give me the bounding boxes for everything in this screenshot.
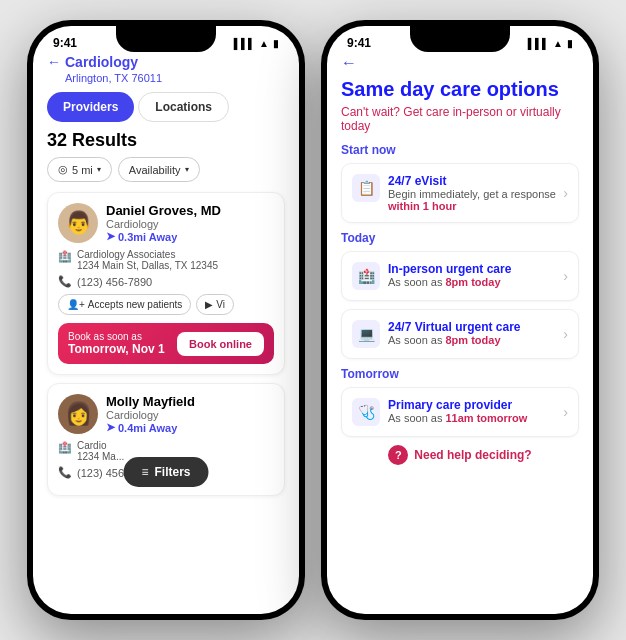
phone-icon: 📞 bbox=[58, 275, 72, 288]
status-icons-1: ▌▌▌ ▲ ▮ bbox=[234, 38, 279, 49]
video-icon: ▶ bbox=[205, 299, 213, 310]
virtual-text: 24/7 Virtual urgent care As soon as 8pm … bbox=[388, 320, 521, 346]
wifi-icon: ▲ bbox=[259, 38, 269, 49]
filters-fab[interactable]: ≡ Filters bbox=[123, 457, 208, 487]
tab-locations[interactable]: Locations bbox=[138, 92, 229, 122]
chevron-down-icon-2: ▾ bbox=[185, 165, 189, 174]
time-1: 9:41 bbox=[53, 36, 77, 50]
chevron-right-icon-1: › bbox=[563, 185, 568, 201]
tomorrow-label: Tomorrow bbox=[341, 367, 579, 381]
provider-name-1: Daniel Groves, MD bbox=[106, 203, 274, 218]
book-date: Tomorrow, Nov 1 bbox=[68, 342, 165, 356]
primary-text: Primary care provider As soon as 11am to… bbox=[388, 398, 527, 424]
chevron-right-icon-4: › bbox=[563, 404, 568, 420]
video-label: Vi bbox=[216, 299, 225, 310]
virtual-highlight: 8pm today bbox=[445, 334, 500, 346]
book-online-button[interactable]: Book online bbox=[177, 332, 264, 356]
evisit-icon: 📋 bbox=[352, 174, 380, 202]
person-plus-icon: 👤+ bbox=[67, 299, 85, 310]
care-option-primary-left: 🩺 Primary care provider As soon as 11am … bbox=[352, 398, 527, 426]
filters-label: Filters bbox=[155, 465, 191, 479]
filter-distance[interactable]: ◎ 5 mi ▾ bbox=[47, 157, 112, 182]
clinic-name-1: Cardiology Associates bbox=[77, 249, 218, 260]
tab-providers[interactable]: Providers bbox=[47, 92, 134, 122]
provider-distance-2: ➤ 0.4mi Away bbox=[106, 421, 274, 434]
time-2: 9:41 bbox=[347, 36, 371, 50]
urgent-title: In-person urgent care bbox=[388, 262, 511, 276]
filter-availability[interactable]: Availability ▾ bbox=[118, 157, 200, 182]
battery-icon: ▮ bbox=[273, 38, 279, 49]
clinic-icon: 🏥 bbox=[58, 250, 72, 263]
evisit-text: 24/7 eVisit Begin immediately, get a res… bbox=[388, 174, 563, 212]
virtual-sub: As soon as 8pm today bbox=[388, 334, 521, 346]
provider-header-1: 👨 Daniel Groves, MD Cardiology ➤ 0.3mi A… bbox=[58, 203, 274, 243]
distance-value-1: 0.3mi Away bbox=[118, 231, 177, 243]
book-info: Book as soon as Tomorrow, Nov 1 bbox=[68, 331, 165, 356]
help-icon: ? bbox=[388, 445, 408, 465]
nav-icon: ➤ bbox=[106, 230, 115, 243]
urgent-icon: 🏥 bbox=[352, 262, 380, 290]
care-option-virtual-left: 💻 24/7 Virtual urgent care As soon as 8p… bbox=[352, 320, 521, 348]
care-option-urgent[interactable]: 🏥 In-person urgent care As soon as 8pm t… bbox=[341, 251, 579, 301]
urgent-text: In-person urgent care As soon as 8pm tod… bbox=[388, 262, 511, 288]
location-subtitle: Arlington, TX 76011 bbox=[65, 72, 285, 84]
help-label: Need help deciding? bbox=[414, 448, 531, 462]
book-label: Book as soon as bbox=[68, 331, 165, 342]
chevron-right-icon-3: › bbox=[563, 326, 568, 342]
clinic-row-1: 🏥 Cardiology Associates 1234 Main St, Da… bbox=[58, 249, 274, 271]
filter-row: ◎ 5 mi ▾ Availability ▾ bbox=[47, 157, 285, 182]
care-option-evisit-left: 📋 24/7 eVisit Begin immediately, get a r… bbox=[352, 174, 563, 212]
filter-distance-label: 5 mi bbox=[72, 164, 93, 176]
urgent-highlight: 8pm today bbox=[445, 276, 500, 288]
provider-info-2: Molly Mayfield Cardiology ➤ 0.4mi Away bbox=[106, 394, 274, 434]
video-badge: ▶ Vi bbox=[196, 294, 234, 315]
care-option-primary[interactable]: 🩺 Primary care provider As soon as 11am … bbox=[341, 387, 579, 437]
badge-row-1: 👤+ Accepts new patients ▶ Vi bbox=[58, 294, 274, 315]
primary-title: Primary care provider bbox=[388, 398, 527, 412]
care-option-evisit[interactable]: 📋 24/7 eVisit Begin immediately, get a r… bbox=[341, 163, 579, 223]
provider-header-2: 👩 Molly Mayfield Cardiology ➤ 0.4mi Away bbox=[58, 394, 274, 434]
notch-2 bbox=[410, 26, 510, 52]
provider-distance-1: ➤ 0.3mi Away bbox=[106, 230, 274, 243]
specialty-title: Cardiology bbox=[65, 54, 138, 70]
chevron-right-icon-2: › bbox=[563, 268, 568, 284]
chevron-down-icon: ▾ bbox=[97, 165, 101, 174]
care-option-urgent-left: 🏥 In-person urgent care As soon as 8pm t… bbox=[352, 262, 511, 290]
location-pin-icon: ◎ bbox=[58, 163, 68, 176]
distance-value-2: 0.4mi Away bbox=[118, 422, 177, 434]
signal-icon-2: ▌▌▌ bbox=[528, 38, 549, 49]
evisit-sub: Begin immediately, get a response within… bbox=[388, 188, 563, 212]
clinic-address-2: 1234 Ma... bbox=[77, 451, 124, 462]
evisit-title: 24/7 eVisit bbox=[388, 174, 563, 188]
clinic-icon-2: 🏥 bbox=[58, 441, 72, 454]
phone-2: 9:41 ▌▌▌ ▲ ▮ ← Same day care options Can… bbox=[321, 20, 599, 620]
urgent-sub: As soon as 8pm today bbox=[388, 276, 511, 288]
today-label: Today bbox=[341, 231, 579, 245]
back-arrow-icon[interactable]: ← bbox=[47, 54, 61, 70]
help-row[interactable]: ? Need help deciding? bbox=[341, 445, 579, 465]
provider-specialty-1: Cardiology bbox=[106, 218, 274, 230]
clinic-name-2: Cardio bbox=[77, 440, 124, 451]
care-title: Same day care options bbox=[341, 78, 579, 101]
care-option-virtual[interactable]: 💻 24/7 Virtual urgent care As soon as 8p… bbox=[341, 309, 579, 359]
avatar-1: 👨 bbox=[58, 203, 98, 243]
notch bbox=[116, 26, 216, 52]
wifi-icon-2: ▲ bbox=[553, 38, 563, 49]
provider-name-2: Molly Mayfield bbox=[106, 394, 274, 409]
provider-card-1: 👨 Daniel Groves, MD Cardiology ➤ 0.3mi A… bbox=[47, 192, 285, 375]
nav-icon-2: ➤ bbox=[106, 421, 115, 434]
phone-number-1: (123) 456-7890 bbox=[77, 276, 152, 288]
book-bar: Book as soon as Tomorrow, Nov 1 Book onl… bbox=[58, 323, 274, 364]
primary-icon: 🩺 bbox=[352, 398, 380, 426]
phone-icon-2: 📞 bbox=[58, 466, 72, 479]
accepts-label: Accepts new patients bbox=[88, 299, 183, 310]
provider-info-1: Daniel Groves, MD Cardiology ➤ 0.3mi Awa… bbox=[106, 203, 274, 243]
results-count: 32 Results bbox=[47, 130, 285, 151]
status-icons-2: ▌▌▌ ▲ ▮ bbox=[528, 38, 573, 49]
virtual-title: 24/7 Virtual urgent care bbox=[388, 320, 521, 334]
care-subtitle: Can't wait? Get care in-person or virtua… bbox=[341, 105, 579, 133]
start-now-label: Start now bbox=[341, 143, 579, 157]
provider-specialty-2: Cardiology bbox=[106, 409, 274, 421]
provider-card-2: 👩 Molly Mayfield Cardiology ➤ 0.4mi Away… bbox=[47, 383, 285, 496]
back-arrow-2[interactable]: ← bbox=[341, 54, 579, 72]
